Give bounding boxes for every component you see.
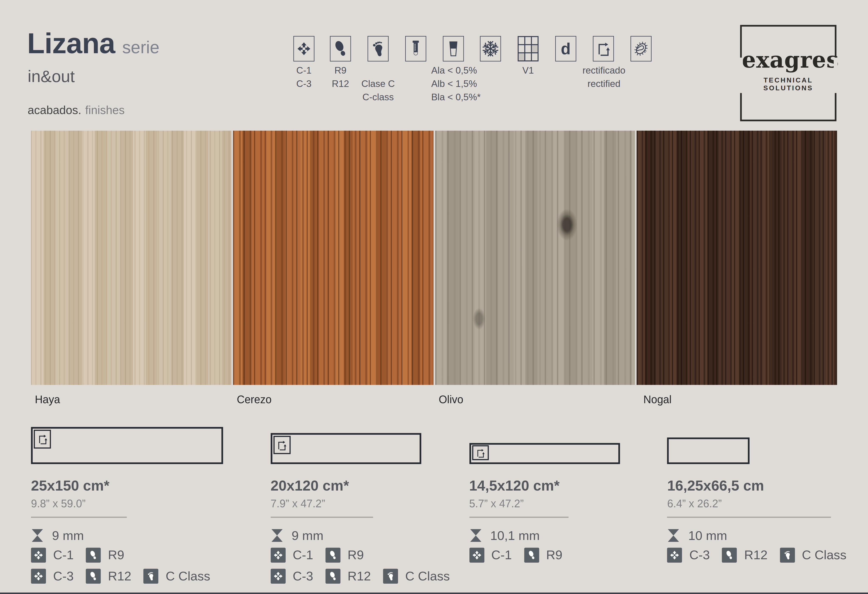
spec-value: C Class <box>166 570 210 582</box>
swatch-nogal <box>637 131 837 385</box>
finishes-label: acabados.finishes <box>28 104 125 116</box>
shoe-print-icon <box>326 569 341 584</box>
legend-label-r12: R12 <box>332 79 349 89</box>
frost-resistance-icon <box>480 36 501 62</box>
brand-tagline: TECHNICAL SOLUTIONS <box>742 76 835 92</box>
thickness-value: 10,1 mm <box>490 529 540 542</box>
expansion-icon <box>271 569 286 584</box>
product-column-haya: Haya 25x150 cm* 9.8” x 59.0” 9 mm C-1 R9… <box>31 390 231 594</box>
swatch-olivo <box>435 131 635 385</box>
d-mark-icon: d <box>555 36 576 62</box>
finish-name: Cerezo <box>237 393 272 406</box>
product-column-nogal: Nogal 16,25x66,5 cm 6.4” x 26.2” 10 mm C… <box>637 390 837 594</box>
spec-row: C-3 R12 C Class <box>271 569 462 584</box>
spec-value: C-3 <box>689 549 710 561</box>
spec-value: R12 <box>744 549 768 561</box>
size-cm: 14,5x120 cm* <box>469 479 559 493</box>
page-title: Lizana serie <box>27 29 159 58</box>
thickness-value: 9 mm <box>292 529 323 542</box>
size-inches: 5.7” x 47.2” <box>469 498 524 509</box>
thickness-icon <box>31 528 44 543</box>
legend-label-bla: Bla < 0,5%* <box>431 92 481 102</box>
legend-label-clase-c: Clase C <box>361 79 395 89</box>
foot-print-icon <box>143 569 158 584</box>
divider <box>31 517 127 517</box>
brand-name: exagres <box>742 49 835 71</box>
size-cm: 16,25x66,5 cm <box>667 479 764 493</box>
foot-print-icon <box>368 36 389 62</box>
shoe-print-icon <box>722 548 737 563</box>
thickness-row: 10,1 mm <box>469 528 540 543</box>
legend-label-alb: Alb < 1,5% <box>431 79 477 89</box>
finish-swatches <box>31 131 837 385</box>
legend-label-v1: V1 <box>523 66 534 75</box>
divider <box>469 517 568 517</box>
spec-value: C-3 <box>293 570 313 582</box>
legend-label-r9: R9 <box>334 66 347 75</box>
legend-label-rectified: rectified <box>588 79 620 89</box>
spec-value: R9 <box>348 549 364 561</box>
size-cm: 20x120 cm* <box>271 479 349 493</box>
spec-row: C-1 R9 <box>469 548 575 563</box>
size-inches: 7.9” x 47.2” <box>271 498 325 509</box>
divider <box>271 517 373 517</box>
spec-value: R12 <box>348 570 371 582</box>
series-suffix: serie <box>122 38 159 58</box>
antibacterial-icon <box>630 36 651 62</box>
swatch-haya <box>31 131 231 385</box>
expansion-icon <box>469 548 484 563</box>
catalog-page: Lizana serie in&out acabados.finishes d … <box>0 0 868 594</box>
foot-print-icon <box>779 548 795 563</box>
spec-row: C-3 R12 C Class <box>667 548 858 563</box>
brand-logo: exagres TECHNICAL SOLUTIONS <box>740 25 837 121</box>
format-diagram <box>667 437 750 464</box>
spec-row: C-3 R12 C Class <box>31 569 222 584</box>
legend-label-c1: C-1 <box>296 66 311 75</box>
expansion-icon <box>271 548 286 563</box>
product-column-cerezo: Cerezo 20x120 cm* 7.9” x 47.2” 9 mm C-1 … <box>233 390 433 594</box>
legend-label-rectificado: rectificado <box>583 66 625 75</box>
shoe-print-icon <box>86 548 101 563</box>
d-mark-letter: d <box>561 41 571 57</box>
expansion-icon <box>31 548 46 563</box>
finish-name: Nogal <box>644 393 672 406</box>
size-inches: 6.4” x 26.2” <box>667 498 722 509</box>
spec-value: C-1 <box>293 549 313 561</box>
spec-value: R9 <box>546 549 562 561</box>
finish-name: Olivo <box>438 393 463 406</box>
series-subtitle: in&out <box>28 68 75 84</box>
format-diagram <box>469 443 620 464</box>
shoe-print-icon <box>86 569 101 584</box>
spec-value: C-3 <box>53 570 74 582</box>
shade-variation-grid-icon <box>518 36 539 62</box>
finishes-label-en: finishes <box>85 103 125 116</box>
shoe-print-icon <box>326 548 341 563</box>
spec-value: R12 <box>108 570 131 582</box>
series-title: Lizana <box>27 29 115 58</box>
expansion-icon <box>31 569 46 584</box>
shoe-print-icon <box>330 36 351 62</box>
divider <box>667 517 831 517</box>
thickness-row: 10 mm <box>667 528 727 543</box>
finishes-label-es: acabados. <box>28 103 81 116</box>
water-absorption-icon <box>443 36 464 62</box>
legend-label-ala: Ala < 0,5% <box>431 66 477 75</box>
spec-value: C Class <box>802 549 846 561</box>
size-cm: 25x150 cm* <box>31 479 109 493</box>
shoe-print-icon <box>524 548 539 563</box>
spec-row: C-1 R9 <box>271 548 376 563</box>
product-column-olivo: Olivo 14,5x120 cm* 5.7” x 47.2” 10,1 mm … <box>435 390 635 594</box>
test-tube-icon <box>405 36 426 62</box>
spec-value: R9 <box>108 549 124 561</box>
expansion-joint-icon <box>293 36 314 62</box>
finish-name: Haya <box>35 393 60 406</box>
spec-value: C-1 <box>491 549 512 561</box>
spec-value: C-1 <box>53 549 74 561</box>
thickness-icon <box>667 528 680 543</box>
legend-label-c3: C-3 <box>296 79 311 89</box>
thickness-value: 10 mm <box>688 529 727 542</box>
bottom-edge-bar <box>0 593 868 594</box>
format-diagram <box>31 427 223 464</box>
rectified-icon <box>472 445 489 460</box>
thickness-row: 9 mm <box>31 528 84 543</box>
